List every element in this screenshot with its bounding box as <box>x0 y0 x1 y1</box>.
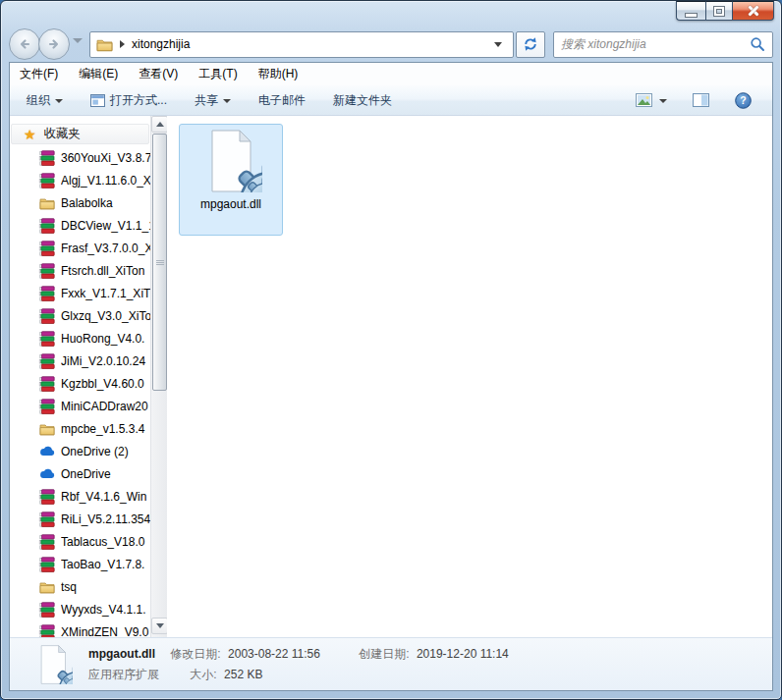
sidebar-item[interactable]: TaoBao_V1.7.8. <box>10 553 150 575</box>
close-button[interactable] <box>733 1 774 21</box>
minimize-button[interactable] <box>676 1 705 21</box>
created-date-label: 创建日期: <box>359 647 409 661</box>
address-dropdown-icon[interactable] <box>494 42 502 47</box>
address-bar[interactable]: xitongzhijia <box>89 31 514 58</box>
triangle-up-icon <box>156 122 164 127</box>
file-list-area[interactable]: mpgaout.dll <box>167 116 772 637</box>
navigation-bar: xitongzhijia <box>9 28 773 60</box>
views-button[interactable] <box>629 89 674 111</box>
sidebar-item-label: Ftsrch.dll_XiTon <box>61 264 150 278</box>
window-controls <box>676 1 774 21</box>
sidebar-item[interactable]: mpcbe_v1.5.3.4 <box>10 417 150 440</box>
close-icon <box>747 5 760 17</box>
rar-icon <box>38 512 55 527</box>
organize-button[interactable]: 组织 <box>20 88 70 113</box>
menu-bar: 文件(F) 编辑(E) 查看(V) 工具(T) 帮助(H) <box>10 63 772 85</box>
sidebar-item[interactable]: Ftsrch.dll_XiTon <box>10 259 150 282</box>
refresh-button[interactable] <box>516 31 545 58</box>
back-arrow-icon <box>17 36 32 52</box>
scroll-down-button[interactable] <box>151 618 167 634</box>
search-input[interactable] <box>561 37 750 51</box>
sidebar-item[interactable]: HuoRong_V4.0. <box>10 327 150 350</box>
rar-icon <box>38 263 55 279</box>
sidebar-item[interactable]: Frasf_V3.7.0.0_X <box>10 237 150 259</box>
menu-tools[interactable]: 工具(T) <box>198 66 237 82</box>
search-icon[interactable] <box>750 36 765 52</box>
star-icon: ★ <box>24 128 36 141</box>
sidebar-item[interactable]: Fxxk_V1.7.1_XiT <box>10 282 150 304</box>
breadcrumb-folder[interactable]: xitongzhijia <box>132 37 190 51</box>
dll-file-icon-small <box>33 641 73 688</box>
toolbar-right-group: ? <box>629 88 762 113</box>
menu-edit[interactable]: 编辑(E) <box>79 66 118 82</box>
chevron-down-icon <box>55 99 63 103</box>
rar-icon <box>38 534 55 550</box>
details-text: mpgaout.dll 修改日期: 2003-08-22 11:56 创建日期:… <box>88 645 509 684</box>
share-label: 共享 <box>195 92 218 109</box>
favorites-header[interactable]: ★ 收藏夹 <box>11 124 149 144</box>
sidebar-item-label: TaoBao_V1.7.8. <box>61 558 150 571</box>
rar-icon <box>38 173 55 188</box>
scroll-up-button[interactable] <box>151 116 167 133</box>
file-item-selected[interactable]: mpgaout.dll <box>179 124 283 236</box>
sidebar-item-label: OneDrive (2) <box>61 445 150 458</box>
sidebar-item[interactable]: RiLi_V5.2.11.354 <box>10 508 150 530</box>
new-folder-button[interactable]: 新建文件夹 <box>326 88 399 113</box>
share-button[interactable]: 共享 <box>188 88 238 113</box>
sidebar-item-label: Algj_V1.11.6.0_X <box>61 174 150 188</box>
file-type: 应用程序扩展 <box>88 668 159 681</box>
sidebar-item[interactable]: OneDrive <box>10 462 150 485</box>
rar-icon <box>38 331 55 347</box>
sidebar-item[interactable]: Kgzbbl_V4.60.0 <box>10 372 150 395</box>
folder-icon <box>96 37 113 52</box>
maximize-button[interactable] <box>705 1 733 21</box>
email-button[interactable]: 电子邮件 <box>251 88 312 113</box>
preview-pane-button[interactable] <box>686 89 716 111</box>
sidebar-item[interactable]: Glxzq_V3.0_XiTo <box>10 304 150 327</box>
sidebar-item[interactable]: DBCView_V1.1_1 <box>10 214 150 237</box>
back-button[interactable] <box>9 28 40 60</box>
sidebar-item[interactable]: tsq <box>10 575 150 598</box>
sidebar-item[interactable]: JiMi_V2.0.10.24 <box>10 350 150 372</box>
scrollbar-thumb[interactable] <box>152 134 167 391</box>
sidebar-item-label: Fxxk_V1.7.1_XiT <box>61 287 150 300</box>
sidebar-item[interactable]: OneDrive (2) <box>10 440 150 462</box>
rar-icon <box>38 376 55 392</box>
sidebar-item[interactable]: Algj_V1.11.6.0_X <box>10 169 150 191</box>
sidebar-item[interactable]: MiniCADDraw20 <box>10 395 150 417</box>
open-with-button[interactable]: 打开方式... <box>84 88 174 113</box>
chevron-down-icon <box>223 99 231 103</box>
sidebar-scrollbar[interactable] <box>150 116 167 637</box>
sidebar-item-label: JiMi_V2.0.10.24 <box>61 354 150 368</box>
sidebar-item-label: Wyyxds_V4.1.1. <box>61 603 150 617</box>
sidebar-item-label: Tablacus_V18.0 <box>61 535 150 549</box>
rar-icon <box>38 308 55 324</box>
sidebar-item[interactable]: Wyyxds_V4.1.1. <box>10 598 150 620</box>
sidebar-item-label: OneDrive <box>61 467 150 481</box>
sidebar-item-label: Glxzq_V3.0_XiTo <box>61 309 150 323</box>
svg-text:?: ? <box>740 94 746 106</box>
client-area: 文件(F) 编辑(E) 查看(V) 工具(T) 帮助(H) 组织 打开方式... <box>9 62 773 691</box>
sidebar-item[interactable]: Tablacus_V18.0 <box>10 530 150 553</box>
breadcrumb-arrow-icon <box>120 40 125 48</box>
modified-date-label: 修改日期: <box>170 647 220 661</box>
forward-button[interactable] <box>38 28 70 60</box>
menu-help[interactable]: 帮助(H) <box>258 66 299 82</box>
modified-date-value: 2003-08-22 11:56 <box>228 647 320 661</box>
details-file-name: mpgaout.dll <box>88 647 155 661</box>
sidebar-item[interactable]: 360YouXi_V3.8.7 <box>10 146 150 169</box>
sidebar-item[interactable]: Balabolka <box>10 191 150 214</box>
recent-pages-dropdown[interactable] <box>73 38 83 52</box>
triangle-down-icon <box>156 623 164 628</box>
rar-icon <box>38 602 55 618</box>
sidebar-item[interactable]: XMindZEN_V9.0 <box>10 620 150 637</box>
sidebar-item-label: 360YouXi_V3.8.7 <box>61 151 150 165</box>
sidebar-item-label: MiniCADDraw20 <box>61 400 150 413</box>
menu-file[interactable]: 文件(F) <box>20 66 58 82</box>
menu-view[interactable]: 查看(V) <box>139 66 178 82</box>
help-button[interactable]: ? <box>728 88 758 113</box>
details-pane: mpgaout.dll 修改日期: 2003-08-22 11:56 创建日期:… <box>10 637 772 690</box>
help-icon: ? <box>735 92 752 109</box>
sidebar-item[interactable]: Rbf_V4.1.6_Win <box>10 485 150 508</box>
chevron-down-icon <box>659 99 667 103</box>
